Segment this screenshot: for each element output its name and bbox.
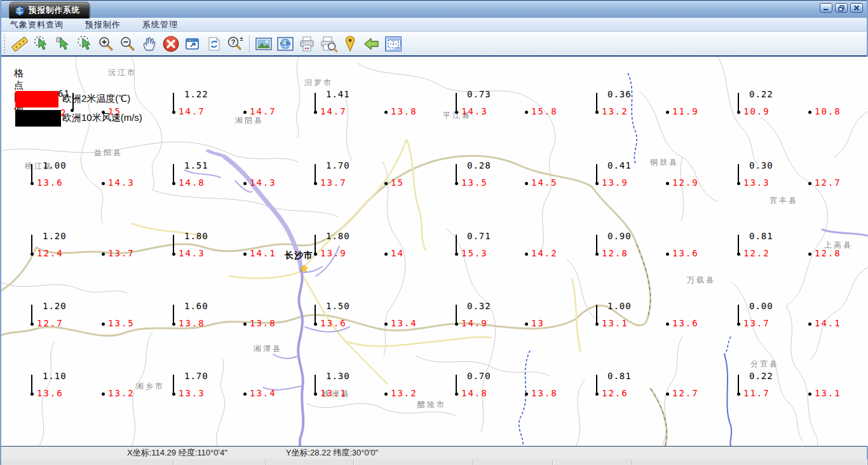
measure-ruler-button[interactable] <box>9 34 31 54</box>
pan-hand-icon <box>141 36 158 52</box>
legend-overlap-fragment: 61 <box>58 88 70 99</box>
minimize-button[interactable] <box>820 3 832 13</box>
wind-barb <box>173 235 174 253</box>
menu-bar: 气象资料查询 预报制作 系统管理 <box>1 18 867 32</box>
status-panel <box>473 459 553 465</box>
stop-button[interactable] <box>160 34 182 54</box>
title-bar: 预报制作系统 <box>1 0 867 18</box>
station-dot <box>102 323 105 326</box>
temperature-value: 12.6 <box>602 388 628 398</box>
wind-barb <box>315 375 316 393</box>
menu-system-management[interactable]: 系统管理 <box>142 19 178 31</box>
location-pin-icon <box>343 35 357 53</box>
toolbar-grip[interactable] <box>3 34 6 53</box>
status-panel <box>553 459 632 465</box>
temperature-value: 13.2 <box>108 388 135 398</box>
status-y-coordinate: Y坐标:28.22 纬度:30°0'0" <box>286 447 378 459</box>
station-dot <box>384 182 388 185</box>
svg-text:±: ± <box>240 36 243 42</box>
close-button[interactable] <box>850 3 863 13</box>
place-label: 分宜县 <box>750 359 779 370</box>
pan-hand-button[interactable] <box>139 34 160 54</box>
place-label: 沅江市 <box>108 67 137 78</box>
wind-speed-value: 1.80 <box>184 231 208 241</box>
image-export-icon <box>255 36 273 52</box>
menu-forecast-production[interactable]: 预报制作 <box>85 19 121 31</box>
station-dot <box>102 392 105 396</box>
zoom-out-button[interactable] <box>117 34 139 54</box>
status-panel <box>1 459 173 465</box>
station-dot <box>243 323 247 326</box>
station-dot <box>666 182 669 185</box>
temperature-value: 13.1 <box>815 388 841 398</box>
wind-barb <box>315 305 316 323</box>
temperature-value: 14.3 <box>250 177 276 188</box>
temperature-value: 13.6 <box>672 248 699 258</box>
temperature-value: 13.7 <box>320 177 347 188</box>
wind-speed-value: 1.20 <box>43 301 67 311</box>
temperature-value: 10.8 <box>815 106 841 116</box>
wind-barb <box>738 235 739 253</box>
stop-icon <box>162 35 180 53</box>
temperature-value: 12.2 <box>743 248 770 258</box>
select-arrow-circle-button[interactable] <box>31 34 52 54</box>
wind-barb <box>456 235 457 253</box>
identify-zoom-button[interactable]: ? ± <box>225 34 247 54</box>
map-canvas[interactable]: 151.2214.714.71.4114.713.80.7314.315.80.… <box>1 57 868 446</box>
temperature-value: 15 <box>391 177 404 188</box>
globe-view-button[interactable] <box>275 34 296 54</box>
temperature-value: 14.3 <box>108 177 135 188</box>
app-window: 预报制作系统 气象资料查询 预报制作 系统管理 <box>0 0 868 465</box>
temperature-value: 14.3 <box>179 248 205 258</box>
temperature-value: 13.3 <box>179 388 205 398</box>
back-arrow-icon <box>363 36 381 52</box>
temperature-value: 14.3 <box>461 106 488 116</box>
back-arrow-button[interactable] <box>361 34 383 54</box>
zoom-select-arrow-button[interactable] <box>74 34 95 54</box>
temperature-value: 13.6 <box>37 388 64 398</box>
wind-barb <box>315 93 316 111</box>
refresh-layers-button[interactable] <box>203 34 225 54</box>
place-label: 宜丰县 <box>770 195 798 206</box>
restore-button[interactable] <box>835 3 848 13</box>
legend-label-wind: 欧洲10米风速(m/s) <box>62 112 142 124</box>
status-bar: X坐标:114.29 经度:110°0'4" Y坐标:28.22 纬度:30°0… <box>1 446 867 459</box>
wind-barb <box>596 305 597 323</box>
temperature-value: 12.4 <box>37 248 64 258</box>
print-preview-icon <box>319 36 338 52</box>
zoom-in-button[interactable] <box>95 34 117 54</box>
temperature-value: 14.7 <box>179 106 205 116</box>
select-arrow-box-button[interactable] <box>52 34 74 54</box>
print-preview-button[interactable] <box>318 34 339 54</box>
temperature-value: 13.5 <box>108 318 135 328</box>
temperature-value: 15.3 <box>461 248 488 258</box>
wind-speed-value: 0.22 <box>749 89 773 99</box>
station-dot <box>525 111 528 114</box>
location-pin-button[interactable] <box>339 34 361 54</box>
app-tab[interactable]: 预报制作系统 <box>9 2 90 18</box>
menu-weather-data-query[interactable]: 气象资料查询 <box>10 19 64 31</box>
wind-barb <box>31 375 32 393</box>
station-dot <box>384 392 388 396</box>
map-extent-button[interactable] <box>383 34 404 54</box>
new-window-button[interactable] <box>182 34 203 54</box>
toolbar: ? ± <box>1 32 867 57</box>
wind-speed-value: 0.32 <box>467 301 491 311</box>
temperature-value: 12.7 <box>672 388 699 398</box>
temperature-value: 13.6 <box>320 318 347 328</box>
image-export-button[interactable] <box>253 34 275 54</box>
status-x-coordinate: X坐标:114.29 经度:110°0'4" <box>127 447 227 459</box>
print-button[interactable] <box>296 34 318 54</box>
select-arrow-circle-icon <box>33 36 50 52</box>
temperature-value: 14.9 <box>461 318 488 328</box>
place-label: 益阳县 <box>94 148 123 158</box>
wind-speed-value: 0.22 <box>749 371 773 381</box>
wind-speed-value: 1.30 <box>326 371 350 381</box>
station-dot <box>525 253 528 256</box>
wind-speed-value: 1.50 <box>326 301 350 311</box>
wind-barb <box>738 375 739 393</box>
new-window-icon <box>184 36 201 52</box>
temperature-value: 13.6 <box>672 318 699 328</box>
temperature-value: 13.2 <box>391 388 417 398</box>
wind-speed-value: 1.41 <box>326 89 350 99</box>
